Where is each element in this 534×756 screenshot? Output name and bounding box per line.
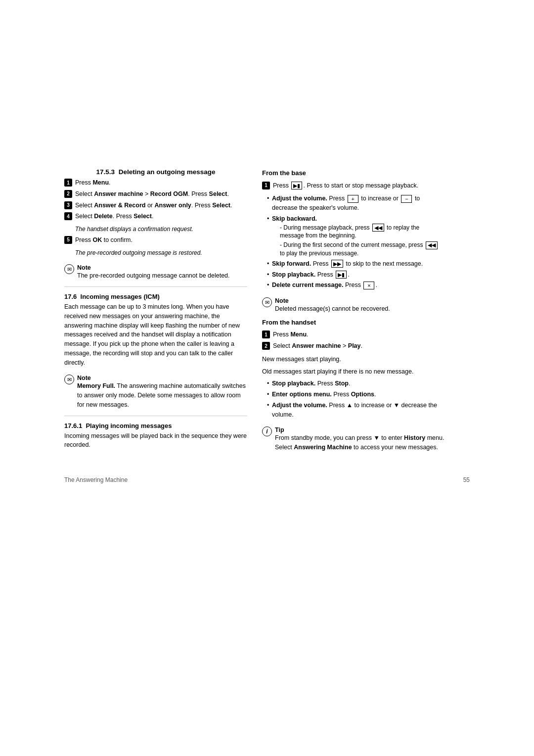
italic-note-2: The pre-recorded outgoing message is res… [75,249,247,257]
note-icon-3: ✉ [262,297,272,307]
note-text-2: Memory Full. The answering machine autom… [77,382,246,408]
note-box-3: ✉ Note Deleted message(s) cannot be reco… [262,297,445,314]
from-handset-step-1-content: Press Menu. [273,330,445,339]
page: 17.5.3 Deleting an outgoing message 1 Pr… [0,0,534,756]
step-3: 3 Select Answer & Record or Answer only.… [64,201,247,210]
step-num-5: 5 [64,236,72,244]
section-17-6-body: Each message can be up to 3 minutes long… [64,302,247,367]
note-box-2: ✉ Note Memory Full. The answering machin… [64,374,247,409]
note-label-2: Note [77,375,91,381]
note-content-2: Note Memory Full. The answering machine … [77,374,247,409]
step-5: 5 Press OK to confirm. [64,236,247,245]
tip-label: Tip [275,426,284,433]
step-3-content: Select Answer & Record or Answer only. P… [75,201,247,210]
from-handset-label: From the handset [262,318,445,328]
handset-options-menu: Enter options menu. Press Options. [267,390,445,399]
step-num-3: 3 [64,201,72,209]
from-handset-section: From the handset 1 Press Menu. 2 Select … [262,318,445,420]
divider-2 [64,416,247,416]
italic-note-1: The handset displays a confirmation requ… [75,225,247,234]
from-base-step-num-1: 1 [262,182,270,189]
handset-adjust-volume: Adjust the volume. Press ▲ to increase o… [267,401,445,420]
from-handset-steps: 1 Press Menu. 2 Select Answer machine > … [262,330,445,351]
note-icon-2: ✉ [64,375,74,384]
from-handset-step-1: 1 Press Menu. [262,330,445,339]
note-text-1: The pre-recorded outgoing message cannot… [77,272,230,279]
tip-content: Tip From standby mode, you can press ▼ t… [275,426,445,452]
vol-minus-btn: − [401,195,412,203]
tip-box: i Tip From standby mode, you can press ▼… [262,426,445,452]
footer-left: The Answering Machine [64,476,128,483]
note-icon-1: ✉ [64,264,74,274]
note-label-3: Note [275,297,289,304]
section-17-6: 17.6 Incoming messages (ICM) Each messag… [64,293,247,367]
left-column: 17.5.3 Deleting an outgoing message 1 Pr… [64,168,247,457]
from-handset-bullets: Stop playback. Press Stop. Enter options… [262,379,445,419]
from-handset-step-2-content: Select Answer machine > Play. [273,341,445,351]
from-base-label: From the base [262,168,445,178]
section-17-5-3: 17.5.3 Deleting an outgoing message 1 Pr… [64,168,247,257]
from-base-step-1: 1 Press ▶▮. Press to start or stop messa… [262,181,445,190]
play-pause-btn-1: ▶▮ [291,182,302,189]
note-content-3: Note Deleted message(s) cannot be recove… [275,297,445,314]
vol-plus-btn: + [348,195,358,203]
step-num-1: 1 [64,179,72,187]
step-4-content: Select Delete. Press Select. [75,212,247,221]
delete-btn: × [363,282,374,289]
from-handset-body-1: New messages start playing. [262,355,445,364]
footer-right: 55 [463,476,470,483]
section-17-5-3-title: 17.5.3 Deleting an outgoing message [64,168,247,176]
note-label-1: Note [77,264,91,271]
handset-stop-playback: Stop playback. Press Stop. [267,379,445,388]
from-handset-body-2: Old messages start playing if there is n… [262,367,445,377]
bullet-adjust-volume: Adjust the volume. Press + to increase o… [267,194,445,213]
bullet-delete-message: Delete current message. Press ×. [267,281,445,290]
skip-backward-sub-2: - During the first second of the current… [272,241,445,258]
note-text-3: Deleted message(s) cannot be recovered. [275,305,390,312]
from-base-section: From the base 1 Press ▶▮. Press to start… [262,168,445,290]
from-base-bullets: Adjust the volume. Press + to increase o… [262,194,445,290]
skip-backward-sub-1: - During message playback, press ◀◀ to r… [272,224,445,240]
from-base-steps: 1 Press ▶▮. Press to start or stop messa… [262,181,445,190]
steps-list-2: 5 Press OK to confirm. [64,236,247,245]
note-content-1: Note The pre-recorded outgoing message c… [77,264,247,281]
from-handset-step-2: 2 Select Answer machine > Play. [262,341,445,351]
step-num-2: 2 [64,190,72,198]
section-17-6-1: 17.6.1 Playing incoming messages Incomin… [64,422,247,450]
step-2-content: Select Answer machine > Record OGM. Pres… [75,189,247,199]
prev-btn-1: ◀◀ [372,224,384,232]
from-handset-step-num-2: 2 [262,342,270,350]
step-1-content: Press Menu. [75,178,247,188]
prev-btn-2: ◀◀ [426,241,438,249]
step-1: 1 Press Menu. [64,178,247,188]
bullet-skip-forward: Skip forward. Press ▶▶ to skip to the ne… [267,259,445,269]
note-box-1: ✉ Note The pre-recorded outgoing message… [64,264,247,281]
bullet-skip-backward: Skip backward. - During message playback… [267,214,445,258]
next-btn: ▶▶ [331,260,343,268]
step-2: 2 Select Answer machine > Record OGM. Pr… [64,189,247,199]
page-footer: The Answering Machine 55 [64,476,470,483]
section-17-6-1-body: Incoming messages will be played back in… [64,431,247,450]
tip-icon: i [262,426,272,436]
section-17-6-1-title: 17.6.1 Playing incoming messages [64,422,247,429]
right-column: From the base 1 Press ▶▮. Press to start… [262,168,445,457]
divider-1 [64,286,247,287]
content-area: 17.5.3 Deleting an outgoing message 1 Pr… [64,168,470,457]
step-num-4: 4 [64,212,72,220]
from-handset-step-num-1: 1 [262,331,270,338]
step-5-content: Press OK to confirm. [75,236,247,245]
tip-text: From standby mode, you can press ▼ to en… [275,434,444,451]
section-17-6-title: 17.6 Incoming messages (ICM) [64,293,247,300]
from-base-step-1-content: Press ▶▮. Press to start or stop message… [273,181,445,190]
step-4: 4 Select Delete. Press Select. [64,212,247,221]
steps-list: 1 Press Menu. 2 Select Answer machine > … [64,178,247,221]
bullet-stop-playback: Stop playback. Press ▶▮. [267,270,445,280]
stop-btn: ▶▮ [336,271,347,279]
